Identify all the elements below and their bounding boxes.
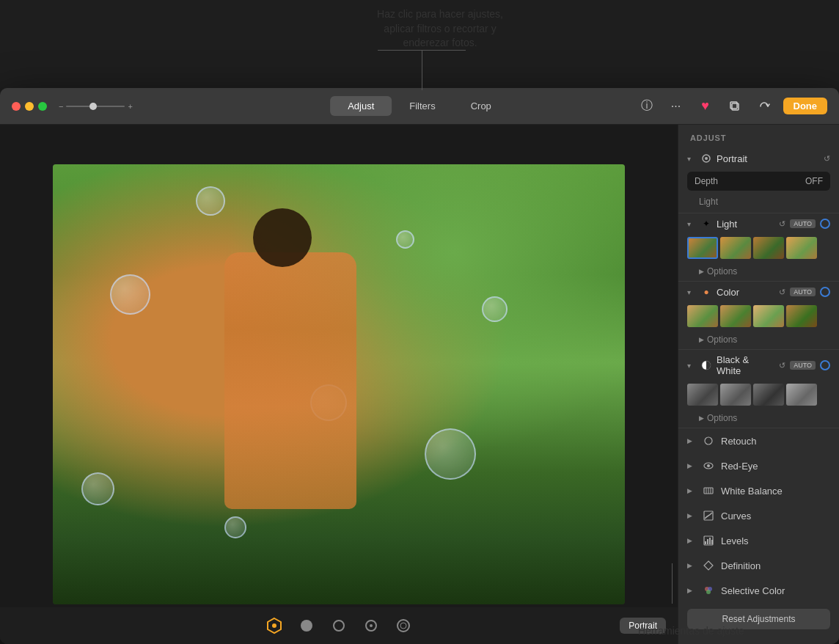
circle-solid-icon[interactable] <box>296 615 317 636</box>
color-options[interactable]: ▶ Options <box>678 332 839 349</box>
bw-icon <box>700 359 712 371</box>
svg-point-3 <box>272 623 276 628</box>
portrait-section: ▾ Portrait ↺ Depth OFF Light <box>678 148 839 213</box>
light-circle[interactable] <box>820 219 830 229</box>
bw-options[interactable]: ▶ Options <box>678 410 839 428</box>
color-options-arrow: ▶ <box>699 336 704 343</box>
app-window: − + Adjust Filters Crop ⓘ ··· ♥ <box>0 88 839 644</box>
bubble-6 <box>81 472 114 505</box>
tab-bar: Adjust Filters Crop <box>330 96 509 116</box>
tab-adjust[interactable]: Adjust <box>330 96 392 116</box>
light-title: Light <box>717 219 774 230</box>
copy-button[interactable] <box>725 96 745 117</box>
portrait-title: Portrait <box>717 153 819 164</box>
bw-options-arrow: ▶ <box>699 414 704 422</box>
svg-point-8 <box>397 620 409 632</box>
depth-label: Depth <box>695 176 718 186</box>
panel-title: ADJUST <box>678 125 839 148</box>
retouch-row[interactable]: ▶ Retouch <box>678 428 839 453</box>
color-arrow: ▾ <box>687 288 696 296</box>
bw-thumb-4[interactable] <box>786 384 817 406</box>
info-button[interactable]: ⓘ <box>637 96 657 117</box>
light-auto[interactable]: AUTO <box>790 219 816 228</box>
depth-control[interactable]: Depth OFF <box>687 172 830 191</box>
close-button[interactable] <box>12 102 21 111</box>
light-section-header[interactable]: ▾ ✦ Light ↺ AUTO <box>678 213 839 234</box>
white-balance-row[interactable]: ▶ White Balance <box>678 478 839 503</box>
bw-circle[interactable] <box>820 360 830 370</box>
retouch-icon <box>702 434 715 447</box>
light-reset[interactable]: ↺ <box>779 219 785 229</box>
bw-thumb-3[interactable] <box>753 384 784 406</box>
light-thumb-4[interactable] <box>786 237 817 259</box>
portrait-arrow: ▾ <box>687 155 696 163</box>
selective-color-label: Selective Color <box>721 585 830 596</box>
color-section-header[interactable]: ▾ ● Color ↺ AUTO <box>678 282 839 302</box>
white-balance-label: White Balance <box>721 486 830 497</box>
tooltip-line1: Haz clic para hacer ajustes, <box>323 7 557 22</box>
hexagon-icon[interactable] <box>264 615 285 636</box>
retouch-label: Retouch <box>721 436 830 447</box>
retouch-arrow: ▶ <box>687 437 696 444</box>
light-options[interactable]: ▶ Options <box>678 263 839 281</box>
circle-dot-icon[interactable] <box>361 615 381 636</box>
bubble-2 <box>396 230 414 249</box>
tooltip-pointer-line <box>422 50 422 90</box>
rotate-button[interactable] <box>754 96 774 117</box>
circle-outline-icon[interactable] <box>329 615 349 636</box>
bw-reset[interactable]: ↺ <box>779 361 785 370</box>
svg-point-15 <box>707 464 710 467</box>
light-thumbnails <box>678 234 839 263</box>
tab-filters[interactable]: Filters <box>392 96 453 116</box>
brightness-control: − + <box>59 102 133 111</box>
color-auto[interactable]: AUTO <box>790 288 816 296</box>
minimize-button[interactable] <box>25 102 34 111</box>
curves-row[interactable]: ▶ Curves <box>678 503 839 528</box>
color-thumb-4[interactable] <box>786 305 817 327</box>
portrait-reset[interactable]: ↺ <box>824 154 830 164</box>
color-thumb-3[interactable] <box>753 305 784 327</box>
color-title: Color <box>717 287 774 298</box>
color-circle[interactable] <box>820 287 830 297</box>
bubble-3 <box>110 274 150 315</box>
photo-image <box>53 164 625 604</box>
selective-color-row[interactable]: ▶ Selective Color <box>678 578 839 603</box>
bw-thumb-2[interactable] <box>720 384 751 406</box>
wb-icon <box>702 484 715 497</box>
brightness-slider[interactable] <box>66 106 125 107</box>
light-options-arrow: ▶ <box>699 268 704 275</box>
redeye-icon <box>702 459 715 472</box>
herramientas-line <box>672 563 673 604</box>
selcolor-arrow: ▶ <box>687 587 696 594</box>
photo-container <box>53 164 625 604</box>
redeye-row[interactable]: ▶ Red-Eye <box>678 453 839 478</box>
favorite-button[interactable]: ♥ <box>695 96 716 117</box>
definition-row[interactable]: ▶ Definition <box>678 553 839 578</box>
svg-point-9 <box>400 623 406 629</box>
bw-auto[interactable]: AUTO <box>790 361 816 370</box>
circle-large-icon[interactable] <box>393 615 414 636</box>
fullscreen-button[interactable] <box>38 102 47 111</box>
color-thumb-1[interactable] <box>687 305 718 327</box>
color-thumb-2[interactable] <box>720 305 751 327</box>
tooltip-line2: aplicar filtros o recortar y <box>323 22 557 37</box>
light-thumb-2[interactable] <box>720 237 751 259</box>
light-thumb-3[interactable] <box>753 237 784 259</box>
portrait-section-header[interactable]: ▾ Portrait ↺ <box>678 148 839 169</box>
more-button[interactable]: ··· <box>666 96 686 117</box>
curves-arrow: ▶ <box>687 512 696 519</box>
svg-marker-26 <box>704 561 713 570</box>
wb-arrow: ▶ <box>687 487 696 494</box>
color-icon: ● <box>700 286 712 298</box>
bw-thumb-1[interactable] <box>687 384 718 406</box>
color-reset[interactable]: ↺ <box>779 288 785 297</box>
light-thumb-1[interactable] <box>687 237 718 259</box>
right-panel: ADJUST ▾ Portrait ↺ Depth OFF Light <box>678 125 839 644</box>
bw-section-header[interactable]: ▾ Black & White ↺ AUTO <box>678 350 839 381</box>
done-button[interactable]: Done <box>783 98 828 114</box>
tab-crop[interactable]: Crop <box>453 96 509 116</box>
photo-area: Portrait <box>0 125 678 644</box>
bubble-1 <box>196 186 225 216</box>
light-icon: ✦ <box>700 218 712 230</box>
levels-row[interactable]: ▶ Levels <box>678 528 839 553</box>
